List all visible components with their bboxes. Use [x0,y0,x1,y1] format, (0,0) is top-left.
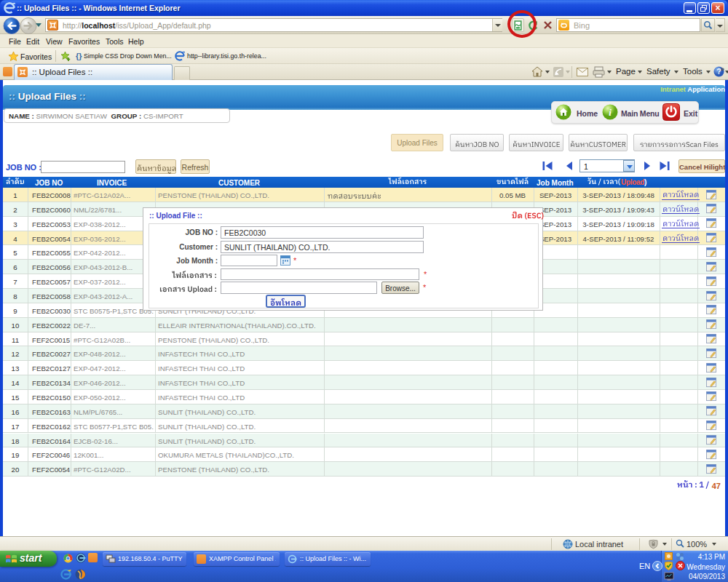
svg-text:i: i [609,107,612,118]
